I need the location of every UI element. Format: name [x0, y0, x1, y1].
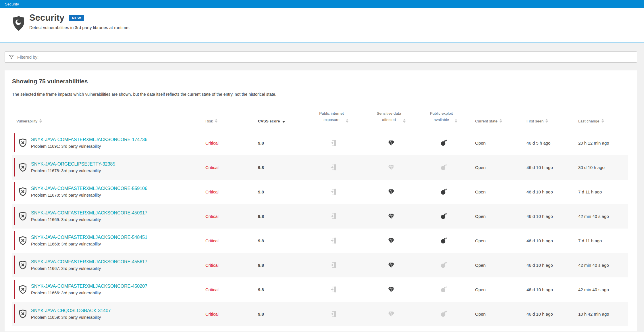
public-internet-exposure-door-icon: [330, 286, 338, 293]
problem-label: Problem 11659: 3rd party vulnerability: [31, 315, 111, 320]
sensitive-data-diamond-icon: [387, 164, 395, 171]
vulnerabilities-panel: Showing 75 vulnerabilities The selected …: [5, 70, 637, 331]
sort-icon: [601, 119, 604, 123]
table-row: SNYK-JAVA-ORGECLIPSEJETTY-32385 Problem …: [12, 155, 628, 180]
public-internet-exposure-door-icon: [330, 261, 338, 269]
table-row: SNYK-JAVA-COMFASTERXMLJACKSONCORE-174736…: [12, 131, 628, 155]
public-exploit-bomb-icon: [440, 286, 448, 293]
sensitive-data-diamond-icon: [387, 261, 395, 269]
current-state-value: Open: [469, 287, 515, 292]
risk-value: Critical: [193, 238, 246, 243]
vulnerability-shield-x-icon: [18, 260, 27, 270]
column-header-risk[interactable]: Risk: [193, 119, 246, 123]
current-state-value: Open: [469, 312, 515, 316]
cvss-score-value: 9.8: [246, 263, 304, 268]
page-subtitle: Detect vulnerabilities in 3rd party libr…: [29, 25, 130, 30]
table-body: SNYK-JAVA-COMFASTERXMLJACKSONCORE-174736…: [12, 131, 628, 326]
public-internet-exposure-door-icon: [330, 212, 338, 220]
first-seen-value: 46 d 10 h ago: [515, 287, 566, 292]
column-label: Last change: [578, 119, 599, 123]
first-seen-value: 46 d 10 h ago: [515, 214, 566, 219]
public-internet-exposure-door-icon: [330, 164, 338, 171]
last-change-value: 7 d 11 h ago: [566, 189, 628, 194]
vulnerability-link[interactable]: SNYK-JAVA-CHQOSLOGBACK-31407: [31, 308, 111, 313]
page-title: Security: [29, 13, 64, 23]
column-label: Public exploitavailable: [430, 110, 453, 123]
sensitive-data-diamond-icon: [387, 139, 395, 147]
public-exploit-bomb-icon: [440, 310, 448, 318]
vulnerability-link[interactable]: SNYK-JAVA-COMFASTERXMLJACKSONCORE-174736: [31, 137, 147, 142]
cvss-score-value: 9.8: [246, 214, 304, 219]
column-label: Public internetexposure: [319, 110, 344, 123]
vulnerability-link[interactable]: SNYK-JAVA-COMFASTERXMLJACKSONCORE-450917: [31, 210, 147, 216]
vulnerability-shield-x-icon: [18, 236, 27, 245]
vulnerability-shield-x-icon: [18, 187, 27, 196]
cvss-score-value: 9.8: [246, 141, 304, 145]
vulnerability-shield-x-icon: [18, 285, 27, 294]
column-header-public-internet-exposure[interactable]: Public internetexposure: [304, 110, 364, 123]
column-label: Sensitive dataaffected: [377, 110, 401, 123]
sort-icon: [500, 119, 502, 123]
risk-value: Critical: [193, 287, 246, 292]
public-exploit-bomb-icon: [440, 139, 448, 147]
public-exploit-bomb-icon: [440, 261, 448, 269]
column-label: Vulnerability: [16, 119, 37, 123]
last-change-value: 42 min 40 s ago: [566, 287, 628, 292]
sensitive-data-diamond-icon: [387, 286, 395, 293]
column-label: Risk: [205, 119, 213, 123]
first-seen-value: 46 d 10 h ago: [515, 238, 566, 243]
problem-label: Problem 11666: 3rd party vulnerability: [31, 291, 147, 295]
public-internet-exposure-door-icon: [330, 188, 338, 195]
current-state-value: Open: [469, 214, 515, 219]
risk-value: Critical: [193, 141, 246, 145]
current-state-value: Open: [469, 263, 515, 268]
vulnerability-link[interactable]: SNYK-JAVA-COMFASTERXMLJACKSONCORE-450207: [31, 284, 147, 289]
last-change-value: 20 h 12 min ago: [566, 141, 628, 145]
public-internet-exposure-door-icon: [330, 139, 338, 147]
problem-label: Problem 11691: 3rd party vulnerability: [31, 144, 147, 149]
vulnerability-link[interactable]: SNYK-JAVA-COMFASTERXMLJACKSONCORE-548451: [31, 235, 147, 240]
current-state-value: Open: [469, 141, 515, 145]
column-label: Current state: [475, 119, 498, 123]
table-header-row: Vulnerability Risk CVSS score Public int…: [12, 110, 628, 127]
column-header-vulnerability[interactable]: Vulnerability: [12, 119, 193, 123]
column-header-public-exploit-available[interactable]: Public exploitavailable: [419, 110, 469, 123]
page-header: Security NEW Detect vulnerabilities in 3…: [0, 8, 644, 43]
vulnerability-shield-x-icon: [18, 163, 27, 172]
sort-icon: [39, 119, 42, 123]
current-state-value: Open: [469, 165, 515, 170]
sensitive-data-diamond-icon: [387, 212, 395, 220]
column-header-last-change[interactable]: Last change: [566, 119, 628, 123]
risk-value: Critical: [193, 165, 246, 170]
filter-input[interactable]: Filtered by:: [5, 51, 637, 63]
problem-label: Problem 11668: 3rd party vulnerability: [31, 242, 147, 246]
risk-value: Critical: [193, 189, 246, 194]
sort-icon: [215, 119, 217, 123]
vulnerability-link[interactable]: SNYK-JAVA-ORGECLIPSEJETTY-32385: [31, 162, 115, 167]
column-header-first-seen[interactable]: First seen: [515, 119, 566, 123]
public-exploit-bomb-icon: [440, 237, 448, 244]
filter-label: Filtered by:: [17, 55, 38, 60]
public-exploit-bomb-icon: [440, 164, 448, 171]
column-label: CVSS score: [258, 119, 280, 123]
risk-value: Critical: [193, 312, 246, 316]
last-change-value: 30 d 10 h ago: [566, 165, 628, 170]
timeframe-note: The selected time frame impacts which vu…: [12, 92, 628, 97]
last-change-value: 42 min 40 s ago: [566, 214, 628, 219]
table-row: SNYK-JAVA-CHQOSLOGBACK-31407 Problem 116…: [12, 302, 628, 326]
security-shield-logo-icon: [11, 16, 26, 32]
table-row: SNYK-JAVA-COMFASTERXMLJACKSONCORE-559106…: [12, 180, 628, 204]
column-header-cvss-score[interactable]: CVSS score: [246, 119, 304, 123]
problem-label: Problem 11670: 3rd party vulnerability: [31, 193, 147, 197]
table-row: SNYK-JAVA-COMFASTERXMLJACKSONCORE-548451…: [12, 229, 628, 253]
cvss-score-value: 9.8: [246, 189, 304, 194]
vulnerability-link[interactable]: SNYK-JAVA-COMFASTERXMLJACKSONCORE-559106: [31, 186, 147, 191]
vulnerability-link[interactable]: SNYK-JAVA-COMFASTERXMLJACKSONCORE-455617: [31, 259, 147, 264]
public-exploit-bomb-icon: [440, 212, 448, 220]
column-header-sensitive-data-affected[interactable]: Sensitive dataaffected: [364, 110, 419, 123]
first-seen-value: 46 d 10 h ago: [515, 189, 566, 194]
vulnerability-shield-x-icon: [18, 309, 27, 318]
sort-icon: [346, 119, 348, 123]
column-header-current-state[interactable]: Current state: [469, 119, 515, 123]
first-seen-value: 46 d 10 h ago: [515, 312, 566, 316]
